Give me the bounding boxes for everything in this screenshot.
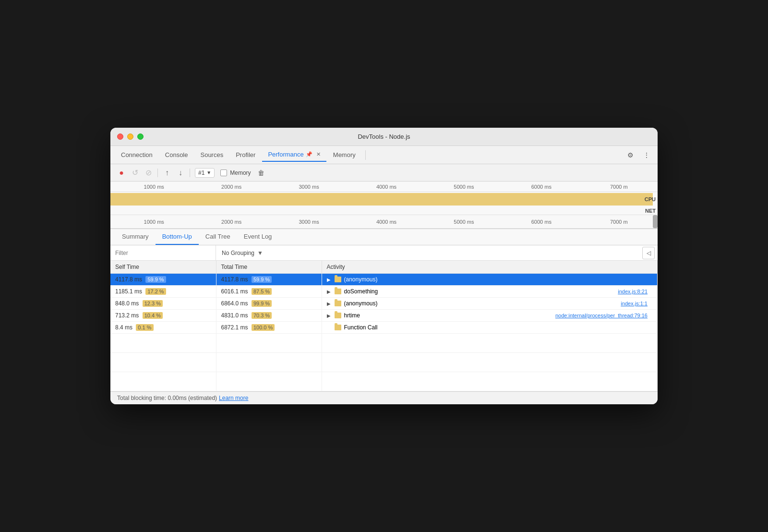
timeline-area: 1000 ms 2000 ms 3000 ms 4000 ms 5000 ms … [110,181,658,229]
mark-3000: 3000 ms [270,184,348,190]
total-time-cell: 4831.0 ms 70.3 % [216,310,322,322]
trash-button[interactable]: 🗑 [255,167,267,179]
nav-separator [365,150,366,160]
table-row[interactable]: 1185.1 ms 17.2 % 6016.1 ms 87.5 % ▶ doSo… [110,286,658,298]
table-row-empty [110,334,658,353]
self-time-cell: 4117.8 ms 59.9 % [110,274,216,286]
net-bar-row: NET [110,206,658,215]
navbar: Connection Console Sources Profiler Perf… [110,146,658,164]
toolbar: ● ↺ ⊘ ↑ ↓ #1 ▼ Memory 🗑 [110,164,658,181]
tab-summary[interactable]: Summary [115,229,156,245]
grouping-arrow-icon: ▼ [257,250,263,256]
activity-name: doSomething [344,288,378,295]
profile-label: #1 [198,169,204,176]
activity-link[interactable]: node:internal/process/per_thread:79:16 [555,313,652,318]
nav-actions: ⚙ ⋮ [624,149,653,161]
self-time-cell: 8.4 ms 0.1 % [110,322,216,334]
close-button[interactable] [117,133,123,140]
learn-more-link[interactable]: Learn more [219,395,248,401]
filter-input[interactable] [110,245,216,260]
activity-cell: ▶ doSomething index.js:8:21 [322,286,658,298]
total-pct-badge: 99.9 % [252,300,272,307]
maximize-button[interactable] [137,133,144,140]
nav-memory[interactable]: Memory [327,148,361,161]
activity-link[interactable]: index.js:1:1 [621,301,652,306]
folder-icon [335,277,341,282]
expand-icon[interactable]: ▶ [327,289,332,294]
clear-button[interactable]: ⊘ [142,167,155,179]
grouping-select[interactable]: No Grouping ▼ [216,245,269,260]
panel-toggle-button[interactable]: ◁ [642,247,655,259]
activity-cell: ▶ Function Call [322,322,658,334]
record-button[interactable]: ● [115,167,128,179]
table-header-row: Self Time Total Time Activity [110,261,658,274]
self-time-value: 1185.1 ms [115,288,142,295]
minimize-button[interactable] [127,133,133,140]
total-time-value: 4117.8 ms [221,276,248,283]
self-time-cell: 713.2 ms 10.4 % [110,310,216,322]
reload-button[interactable]: ↺ [129,167,141,179]
table-row[interactable]: 4117.8 ms 59.9 % 4117.8 ms 59.9 % ▶ (ano… [110,274,658,286]
timeline-ruler-top: 1000 ms 2000 ms 3000 ms 4000 ms 5000 ms … [110,181,658,192]
performance-label: Performance [268,151,303,158]
b-mark-1000: 1000 ms [115,219,192,225]
data-table: Self Time Total Time Activity 4117.8 ms … [110,261,658,391]
status-text: Total blocking time: 0.00ms (estimated) [117,395,217,401]
profile-selector[interactable]: #1 ▼ [195,168,215,178]
total-time-cell: 6872.1 ms 100.0 % [216,322,322,334]
expand-icon[interactable]: ▶ [327,301,332,306]
total-pct-badge: 70.3 % [252,312,272,319]
activity-name: (anonymous) [344,300,378,307]
more-button[interactable]: ⋮ [640,149,653,161]
total-time-value: 6016.1 ms [221,288,248,295]
total-pct-badge: 87.5 % [252,288,272,295]
expand-icon[interactable]: ▶ [327,277,332,282]
b-mark-7000: 7000 m [580,219,658,225]
ruler-marks-top: 1000 ms 2000 ms 3000 ms 4000 ms 5000 ms … [115,184,658,190]
self-pct-badge: 0.1 % [136,324,153,331]
self-time-cell: 848.0 ms 12.3 % [110,298,216,310]
nav-console[interactable]: Console [159,148,194,161]
scrollbar-thumb[interactable] [653,215,658,228]
net-label: NET [645,208,656,214]
memory-label: Memory [230,169,251,176]
mark-4000: 4000 ms [348,184,425,190]
titlebar: DevTools - Node.js [110,128,658,146]
self-pct-badge: 10.4 % [143,312,163,319]
nav-connection[interactable]: Connection [115,148,158,161]
tab-event-log[interactable]: Event Log [237,229,279,245]
table-row[interactable]: 8.4 ms 0.1 % 6872.1 ms 100.0 % ▶ Functio… [110,322,658,334]
table-row[interactable]: 713.2 ms 10.4 % 4831.0 ms 70.3 % ▶ hrtim… [110,310,658,322]
nav-performance[interactable]: Performance 📌 ✕ [262,148,326,162]
activity-name: hrtime [344,312,360,319]
nav-sources[interactable]: Sources [194,148,229,161]
filter-row: No Grouping ▼ ◁ [110,245,658,261]
tab-bottom-up[interactable]: Bottom-Up [156,229,199,245]
total-time-value: 6864.0 ms [221,300,248,307]
total-time-cell: 6016.1 ms 87.5 % [216,286,322,298]
tab-call-tree[interactable]: Call Tree [199,229,237,245]
activity-link[interactable]: index.js:8:21 [618,289,652,294]
self-time-value: 8.4 ms [115,324,132,331]
performance-close-icon[interactable]: ✕ [316,151,321,157]
activity-name: (anonymous) [344,276,378,283]
cpu-label: CPU [645,196,656,202]
window-title: DevTools - Node.js [358,133,410,140]
self-time-value: 4117.8 ms [115,276,142,283]
expand-icon[interactable]: ▶ [327,313,332,318]
status-bar: Total blocking time: 0.00ms (estimated) … [110,391,658,404]
memory-checkbox[interactable] [220,169,227,176]
self-pct-badge: 17.2 % [145,288,166,295]
table-row[interactable]: 848.0 ms 12.3 % 6864.0 ms 99.9 % ▶ (anon… [110,298,658,310]
upload-button[interactable]: ↑ [161,167,173,179]
nav-profiler[interactable]: Profiler [230,148,261,161]
b-mark-4000: 4000 ms [348,219,425,225]
settings-button[interactable]: ⚙ [624,149,636,161]
self-time-cell: 1185.1 ms 17.2 % [110,286,216,298]
folder-icon [335,289,341,294]
b-mark-3000: 3000 ms [270,219,348,225]
download-button[interactable]: ↓ [174,167,187,179]
devtools-window: DevTools - Node.js Connection Console So… [110,128,658,404]
header-activity: Activity [322,261,658,274]
total-time-cell: 6864.0 ms 99.9 % [216,298,322,310]
